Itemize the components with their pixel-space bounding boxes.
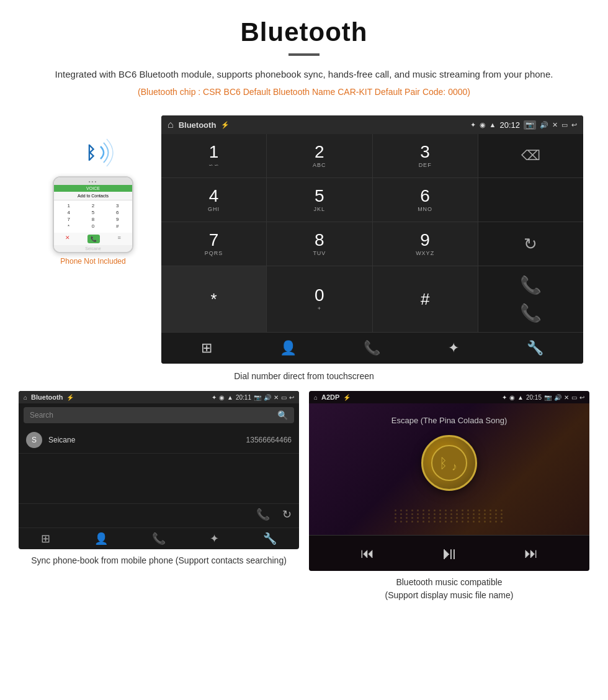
nav-dialpad-icon[interactable]: ⊞ <box>201 340 212 356</box>
music-usb-icon: ⚡ <box>343 394 351 401</box>
music-home-icon: ⌂ <box>314 394 318 401</box>
empty-cell-1 <box>478 178 583 222</box>
nav-bt-icon[interactable]: ✦ <box>448 340 459 356</box>
pb-bottom-nav: ⊞ 👤 📞 ✦ 🔧 <box>19 527 299 549</box>
pb-nav-dialpad[interactable]: ⊞ <box>41 532 50 545</box>
key-2[interactable]: 2 ABC <box>267 134 372 177</box>
pb-contact-phone: 13566664466 <box>246 436 292 444</box>
phone-not-included: Phone Not Included <box>60 257 125 266</box>
pb-app-label: Bluetooth <box>31 393 63 401</box>
dialpad-grid: 1 ∽∽ 2 ABC 3 DEF ⌫ 4 GHI 5 JKL <box>161 134 583 332</box>
phone-mockup: VOICE Add to Contacts 123 456 789 *0# ✕ <box>53 176 133 253</box>
bt-icon: ✦ <box>470 121 476 129</box>
page-header: Bluetooth Integrated with BC6 Bluetooth … <box>0 0 608 115</box>
android-dial-screen: ⌂ Bluetooth ⚡ ✦ ◉ ▲ 20:12 📷 🔊 ✕ ▭ ↩ 1 ∽∽ <box>161 115 583 364</box>
svg-text:ᛒ: ᛒ <box>439 455 447 471</box>
watermark: Seicane <box>85 246 101 251</box>
key-4[interactable]: 4 GHI <box>161 178 266 222</box>
nav-settings-icon[interactable]: 🔧 <box>527 340 543 356</box>
phonebook-screenshot: ⌂ Bluetooth ⚡ ✦◉▲ 20:11 📷🔊✕▭↩ Search 🔍 S <box>19 391 299 549</box>
pb-time: 20:11 <box>236 394 251 401</box>
pb-avatar: S <box>26 432 42 448</box>
home-icon: ⌂ <box>168 119 174 130</box>
nav-contacts-icon[interactable]: 👤 <box>280 340 297 356</box>
location-icon: ◉ <box>480 121 486 129</box>
close-app-icon: ✕ <box>552 121 558 129</box>
phone-top-bar <box>54 177 132 185</box>
back-icon: ↩ <box>571 121 577 129</box>
wifi-icon: ▲ <box>490 121 496 128</box>
bottom-nav: ⊞ 👤 📞 ✦ 🔧 <box>161 332 583 364</box>
pb-usb-icon: ⚡ <box>66 394 74 401</box>
pb-statusbar: ⌂ Bluetooth ⚡ ✦◉▲ 20:11 📷🔊✕▭↩ <box>19 391 299 403</box>
svg-point-1 <box>432 446 467 480</box>
phone-bottom-row: ✕ ≡ <box>54 233 132 245</box>
music-statusbar: ⌂ A2DP ⚡ ✦◉▲ 20:15 📷🔊✕▭↩ <box>309 391 589 403</box>
svg-text:ᛒ: ᛒ <box>86 143 96 163</box>
key-5[interactable]: 5 JKL <box>267 178 372 222</box>
music-block: ⌂ A2DP ⚡ ✦◉▲ 20:15 📷🔊✕▭↩ Escape (The Pin… <box>309 391 589 602</box>
camera-icon: 📷 <box>524 120 536 130</box>
phone-keypad: 123 456 789 *0# <box>54 200 132 233</box>
volume-icon: 🔊 <box>540 121 548 129</box>
key-1[interactable]: 1 ∽∽ <box>161 134 266 177</box>
multiwindow-icon: ▭ <box>561 121 568 129</box>
pb-home-icon: ⌂ <box>24 394 27 401</box>
usb-icon: ⚡ <box>221 121 230 129</box>
key-9[interactable]: 9 WXYZ <box>373 222 478 266</box>
key-star[interactable]: * <box>161 266 266 332</box>
pb-search-placeholder: Search <box>30 411 53 420</box>
app-label: Bluetooth <box>179 120 217 130</box>
phone-section: ᛒ VOICE Add to Contacts 123 456 789 <box>25 115 161 266</box>
phonebook-caption: Sync phone-book from mobile phone (Suppo… <box>19 554 299 567</box>
phone-call-btn <box>87 235 100 243</box>
pb-nav-person[interactable]: 👤 <box>94 532 108 545</box>
music-album-art: ᛒ ♪ <box>421 435 477 491</box>
title-divider <box>288 53 320 56</box>
statusbar-right: ✦ ◉ ▲ 20:12 📷 🔊 ✕ ▭ ↩ <box>470 120 577 130</box>
phonebook-block: ⌂ Bluetooth ⚡ ✦◉▲ 20:11 📷🔊✕▭↩ Search 🔍 S <box>19 391 299 602</box>
music-caption: Bluetooth music compatible(Support displ… <box>309 576 589 602</box>
skip-forward-button[interactable]: ⏭ <box>524 545 538 562</box>
refresh-button[interactable]: ↻ <box>478 222 583 266</box>
page-title: Bluetooth <box>0 17 608 47</box>
time-display: 20:12 <box>499 120 520 130</box>
pb-nav-settings[interactable]: 🔧 <box>263 532 277 545</box>
specs-text: (Bluetooth chip : CSR BC6 Default Blueto… <box>0 87 608 97</box>
music-song-title: Escape (The Pina Colada Song) <box>391 416 507 425</box>
pb-contact-row: S Seicane 13566664466 <box>19 427 299 454</box>
pb-nav-phone[interactable]: 📞 <box>152 532 166 545</box>
key-hash[interactable]: # <box>373 266 478 332</box>
bottom-screenshots: ⌂ Bluetooth ⚡ ✦◉▲ 20:11 📷🔊✕▭↩ Search 🔍 S <box>0 391 608 602</box>
pb-call-icon[interactable]: 📞 <box>256 508 270 521</box>
key-7[interactable]: 7 PQRS <box>161 222 266 266</box>
key-0[interactable]: 0 + <box>267 266 372 332</box>
description-text: Integrated with BC6 Bluetooth module, su… <box>50 67 558 82</box>
key-6[interactable]: 6 MNO <box>373 178 478 222</box>
play-pause-button[interactable]: ⏯ <box>440 543 458 563</box>
music-content: Escape (The Pina Colada Song) ᛒ ♪ // Gen… <box>309 403 589 535</box>
call-buttons: 📞 📞 <box>478 266 583 332</box>
pb-nav-bt[interactable]: ✦ <box>210 532 219 545</box>
call-red-button[interactable]: 📞 <box>520 303 542 323</box>
dial-statusbar: ⌂ Bluetooth ⚡ ✦ ◉ ▲ 20:12 📷 🔊 ✕ ▭ ↩ <box>161 115 583 134</box>
music-screenshot: ⌂ A2DP ⚡ ✦◉▲ 20:15 📷🔊✕▭↩ Escape (The Pin… <box>309 391 589 571</box>
search-icon: 🔍 <box>277 410 288 420</box>
key-8[interactable]: 8 TUV <box>267 222 372 266</box>
pb-contact-name: Seicane <box>48 436 246 444</box>
music-time: 20:15 <box>526 394 542 401</box>
music-app-label: A2DP <box>321 393 339 401</box>
phone-green-bar: VOICE <box>54 185 132 192</box>
pb-refresh-icon[interactable]: ↻ <box>282 508 292 521</box>
dial-caption: Dial number direct from touchscreen <box>0 371 608 381</box>
pb-search-bar[interactable]: Search 🔍 <box>24 407 294 423</box>
bluetooth-waves: ᛒ <box>68 134 118 171</box>
key-3[interactable]: 3 DEF <box>373 134 478 177</box>
skip-back-button[interactable]: ⏮ <box>360 545 374 562</box>
main-content: ᛒ VOICE Add to Contacts 123 456 789 <box>0 115 608 364</box>
call-green-button[interactable]: 📞 <box>520 275 542 295</box>
nav-phone-icon[interactable]: 📞 <box>364 340 380 356</box>
delete-button[interactable]: ⌫ <box>478 134 583 177</box>
statusbar-left: ⌂ Bluetooth ⚡ <box>168 119 230 130</box>
phone-add-contact: Add to Contacts <box>54 192 132 200</box>
